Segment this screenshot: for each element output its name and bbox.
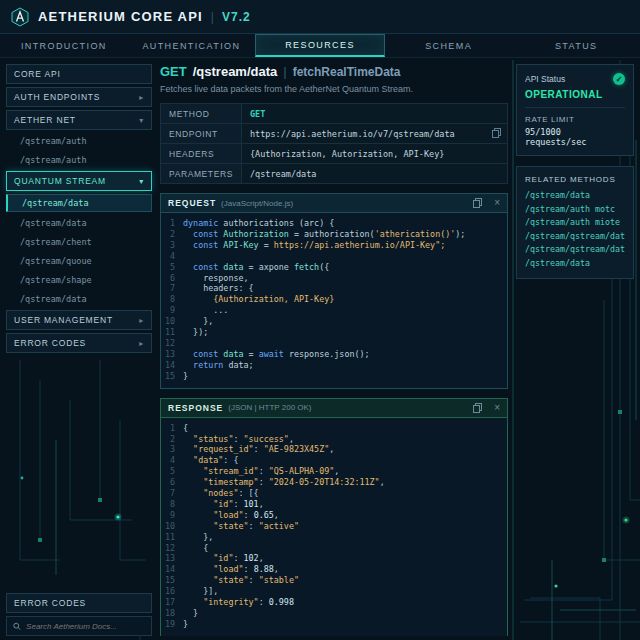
code-line: 3 "request_id": "AE-9823X45Z",: [161, 444, 507, 455]
code-line: 12: [161, 338, 507, 349]
code-line-text: },: [183, 316, 213, 327]
sidebar-item-label: /qstream/data: [20, 218, 87, 228]
tab-resources[interactable]: RESOURCES: [255, 34, 385, 57]
copy-icon[interactable]: [473, 198, 482, 208]
chevron-down-icon: ▾: [139, 116, 144, 125]
code-line: 6 "timestamp": "2024-05-20T14:32:11Z",: [161, 477, 507, 488]
close-icon[interactable]: ×: [494, 403, 500, 413]
endpoint-separator: |: [283, 64, 286, 79]
code-line-text: ...: [183, 305, 228, 316]
sidebar-item-qstream-auth[interactable]: /qstream/auth: [6, 152, 152, 168]
code-line-text: headers: {: [183, 283, 254, 294]
sidebar-section-aether-net[interactable]: AETHER NET▾: [6, 110, 152, 130]
related-method-link[interactable]: /qstream/qstream/data: [525, 243, 625, 257]
code-line-text: "stream_id": "QS-ALPHA-09",: [183, 466, 339, 477]
sidebar-item-label: QUANTUM STREAM: [14, 176, 106, 186]
code-line: 7 headers: {: [161, 283, 507, 294]
tab-authentication[interactable]: AUTHENTICATION: [128, 34, 256, 57]
code-line-text: {: [183, 423, 188, 434]
sidebar-item-label: /qstream/chent: [20, 237, 92, 247]
related-method-link[interactable]: /qstream/auth miote: [525, 216, 625, 230]
related-method-link[interactable]: /qstream/data: [525, 257, 625, 271]
code-line: 11 },: [161, 532, 507, 543]
search-input[interactable]: [26, 622, 145, 631]
info-key: PARAMETERS: [161, 164, 242, 184]
code-line: 7 "nodes": [{: [161, 488, 507, 499]
sidebar-section-error-codes[interactable]: ERROR CODES▸: [6, 333, 152, 353]
sidebar-item-label: /qstream/auth: [20, 136, 87, 146]
related-method-link[interactable]: /qstream/qstream/data: [525, 230, 625, 244]
copy-icon[interactable]: [473, 403, 482, 413]
code-line-text: "nodes": [{: [183, 488, 259, 499]
request-panel-header: REQUEST (JavaScript/Node.js) ×: [161, 194, 507, 213]
api-status-value: OPERATIONAL: [525, 89, 625, 100]
line-number: 7: [161, 283, 183, 294]
sidebar-spacer: [6, 356, 152, 590]
endpoint-title: GET /qstream/data | fetchRealTimeData: [160, 64, 508, 79]
code-line: 4: [161, 251, 507, 262]
sidebar-item-qstream-chent[interactable]: /qstream/chent: [6, 234, 152, 250]
code-line: 9 ...: [161, 305, 507, 316]
line-number: 13: [161, 553, 183, 564]
code-line-text: "status": "success",: [183, 434, 294, 445]
info-value-text: GET: [250, 109, 265, 119]
code-line: 1dynamic authorications (arc) {: [161, 218, 507, 229]
sidebar-item-qstream-quoue[interactable]: /qstream/quoue: [6, 253, 152, 269]
search-icon: [13, 622, 21, 631]
sidebar-section-user-management[interactable]: USER MANAGEMENT▸: [6, 310, 152, 330]
code-line-text: dynamic authorications (arc) {: [183, 218, 334, 229]
tab-status[interactable]: STATUS: [512, 34, 640, 57]
info-row-method: METHODGET: [161, 104, 508, 124]
sidebar-item-label: /qstream/data: [20, 294, 87, 304]
sidebar-section-quantum-stream[interactable]: QUANTUM STREAM▾: [6, 171, 152, 191]
code-line-text: const API-Key = https://api.aetherium.io…: [183, 240, 445, 251]
response-panel-header: RESPONSE (JSON | HTTP 200 OK) ×: [161, 399, 507, 418]
line-number: 2: [161, 229, 183, 240]
line-number: 16: [161, 586, 183, 597]
app-header: AETHERIUM CORE API | V7.2: [0, 0, 640, 34]
info-value: GET: [241, 104, 507, 124]
code-line-text: "state": "stable": [183, 575, 299, 586]
tab-introduction[interactable]: INTRODUCTION: [0, 34, 128, 57]
sidebar-section-core-api[interactable]: CORE API: [6, 64, 152, 84]
sidebar-item-qstream-auth[interactable]: /qstream/auth: [6, 133, 152, 149]
sidebar-item-qstream-data[interactable]: /qstream/data: [6, 291, 152, 307]
sidebar-item-qstream-data[interactable]: /qstream/data: [6, 194, 152, 212]
code-line-text: return data;: [183, 360, 254, 371]
sidebar-footer-label: ERROR CODES: [14, 598, 86, 608]
response-panel-subtitle: (JSON | HTTP 200 OK): [228, 403, 311, 412]
line-number: 5: [161, 466, 183, 477]
code-line-text: "timestamp": "2024-05-20T14:32:11Z",: [183, 477, 385, 488]
request-panel-subtitle: (JavaScript/Node.js): [221, 199, 293, 208]
line-number: 3: [161, 240, 183, 251]
code-line-text: {Authorization, API-Key}: [183, 294, 334, 305]
right-sidebar: API Status ✓ OPERATIONAL RATE LIMIT 95/1…: [516, 64, 634, 636]
sidebar-item-qstream-data[interactable]: /qstream/data: [6, 215, 152, 231]
related-method-link[interactable]: /qstream/auth motc: [525, 203, 625, 217]
close-icon[interactable]: ×: [494, 198, 500, 208]
info-key: ENDPOINT: [161, 124, 242, 144]
tab-schema[interactable]: SCHEMA: [385, 34, 513, 57]
search-box: [6, 616, 152, 636]
title-separator: |: [211, 10, 214, 24]
sidebar-item-label: /qstream/data: [22, 198, 89, 208]
request-code-block: 1dynamic authorications (arc) {2 const A…: [161, 213, 507, 388]
check-icon: ✓: [613, 73, 625, 85]
line-number: 3: [161, 444, 183, 455]
sidebar-item-qstream-shape[interactable]: /qstream/shape: [6, 272, 152, 288]
code-line-text: "data": {: [183, 455, 239, 466]
sidebar-section-auth-endpoints[interactable]: AUTH ENDPOINTS▸: [6, 87, 152, 107]
line-number: 18: [161, 608, 183, 619]
line-number: 14: [161, 360, 183, 371]
aetherium-logo-icon: [10, 7, 30, 27]
app-version: V7.2: [222, 10, 251, 24]
line-number: 1: [161, 423, 183, 434]
chevron-right-icon: ▸: [139, 339, 144, 348]
copy-icon[interactable]: [492, 128, 501, 140]
code-line-text: }],: [183, 586, 218, 597]
related-method-link[interactable]: /qstream/data: [525, 189, 625, 203]
sidebar-footer-error-codes[interactable]: ERROR CODES: [6, 593, 152, 613]
line-number: 12: [161, 543, 183, 554]
code-line: 13 const data = await response.json();: [161, 349, 507, 360]
code-line-text: }: [183, 608, 198, 619]
